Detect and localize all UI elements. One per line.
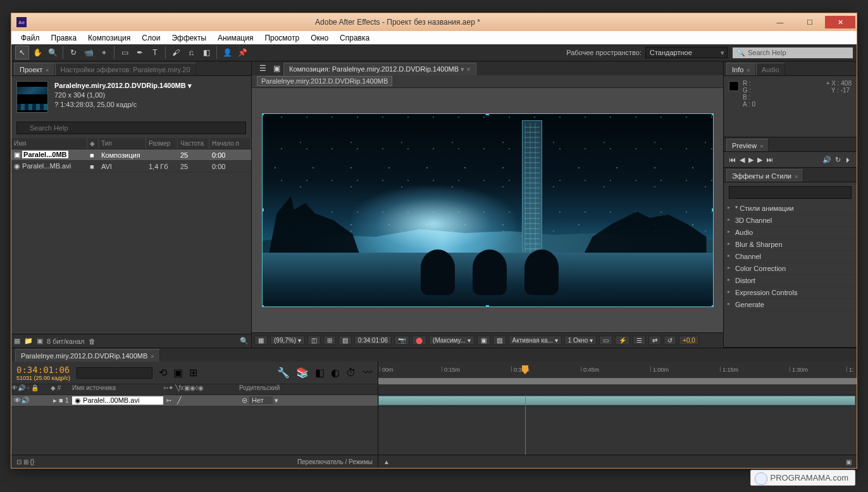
layer-clip[interactable] (378, 396, 855, 405)
switches-modes-toggle[interactable]: Переключатель / Режимы (297, 458, 373, 465)
menu-file[interactable]: Файл (15, 32, 46, 44)
fast-preview-icon[interactable]: ⚡ (615, 336, 630, 345)
safe-zones-icon[interactable]: ⊞ (323, 336, 336, 345)
fx-category[interactable]: 3D Channel (724, 215, 857, 227)
current-timecode[interactable]: 0:34:01:06 (16, 365, 70, 375)
search-help-input[interactable]: 🔍Search Help (733, 47, 853, 58)
play-icon[interactable]: ▶ (748, 156, 753, 164)
fx-category[interactable]: Generate (724, 299, 857, 311)
zoom-in-icon[interactable]: ▲ (383, 458, 390, 465)
search-icon[interactable]: 🔍 (240, 337, 249, 345)
tl-icon[interactable]: ⟲ (159, 367, 167, 379)
eraser-tool-icon[interactable]: ◧ (199, 46, 213, 60)
zoom-tool-icon[interactable]: 🔍 (46, 46, 59, 60)
transparency-icon[interactable]: ▨ (493, 336, 506, 345)
fx-category[interactable]: Color Correction (724, 263, 857, 275)
tl-icon[interactable]: ◧ (315, 367, 325, 379)
fx-category[interactable]: * Стили анимации (724, 203, 857, 215)
mute-icon[interactable]: 🔊 (822, 156, 831, 164)
menu-layers[interactable]: Слои (136, 32, 166, 44)
tl-icon[interactable]: 🔧 (277, 367, 290, 379)
comp-mini-icon[interactable]: ▣ (270, 61, 283, 75)
roi-icon[interactable]: ▣ (477, 336, 490, 345)
tab-info[interactable]: Info× (726, 63, 756, 75)
close-button[interactable]: ✕ (825, 16, 855, 28)
effects-search-input[interactable] (729, 186, 852, 199)
timeline-btn-icon[interactable]: ☰ (633, 336, 646, 345)
minimize-button[interactable]: — (766, 16, 795, 28)
menu-effects[interactable]: Эффекты (166, 32, 212, 44)
channel-icon[interactable]: ⬤ (412, 336, 426, 345)
new-comp-icon[interactable]: ▣ (37, 337, 43, 345)
snapshot-icon[interactable]: 📷 (394, 336, 409, 345)
tl-icon[interactable]: 〰 (363, 367, 373, 379)
camera-dropdown[interactable]: Активная ка... ▾ (509, 336, 562, 345)
reset-exp-icon[interactable]: ↺ (664, 336, 676, 345)
tab-effects[interactable]: Эффекты и Стили× (726, 169, 803, 182)
toggle-switches-icon[interactable]: ⊡ ⊞ {} (16, 458, 34, 465)
fx-category[interactable]: Blur & Sharpen (724, 239, 857, 251)
timeline-ruler[interactable]: 00m 0:15m 0:30m 0:45m 1:00m 1:15m 1:30m … (378, 362, 857, 384)
tl-icon[interactable]: 📚 (296, 367, 309, 379)
tab-effect-controls[interactable]: Настройки эффектов: Paralelnye.miry.20 (55, 63, 196, 75)
comp-breadcrumb[interactable]: Paralelnye.miry.2012.D.DVDRip.1400MB (252, 75, 723, 88)
mask-icon[interactable]: ▧ (338, 336, 352, 345)
fx-category[interactable]: Channel (724, 251, 857, 263)
grid-icon[interactable]: ▦ (254, 336, 268, 345)
menu-edit[interactable]: Правка (46, 32, 83, 44)
tab-project[interactable]: Проект× (14, 63, 55, 75)
resolution-icon[interactable]: ◫ (307, 336, 321, 345)
fx-category[interactable]: Audio (724, 227, 857, 239)
tab-preview[interactable]: Preview× (726, 139, 769, 151)
prev-frame-icon[interactable]: ◀ (740, 156, 745, 164)
pen-tool-icon[interactable]: ✒ (133, 46, 147, 60)
menu-view[interactable]: Просмотр (259, 32, 305, 44)
timeline-track[interactable] (378, 395, 857, 407)
interpret-footage-icon[interactable]: ▦ (14, 337, 20, 345)
new-folder-icon[interactable]: 📁 (24, 337, 33, 345)
hand-tool-icon[interactable]: ✋ (30, 46, 44, 60)
menu-window[interactable]: Окно (305, 32, 334, 44)
composition-viewer[interactable] (252, 88, 723, 332)
pan-behind-tool-icon[interactable]: ⌖ (97, 46, 111, 60)
fx-category[interactable]: Distort (724, 275, 857, 287)
clone-tool-icon[interactable]: ⎌ (184, 46, 198, 60)
workspace-dropdown[interactable]: Стандартное (645, 47, 728, 58)
menu-composition[interactable]: Композиция (82, 32, 136, 44)
maximize-button[interactable]: ☐ (795, 16, 824, 28)
resolution-dropdown[interactable]: (Максиму... ▾ (429, 336, 474, 345)
tl-icon[interactable]: ⊞ (189, 367, 197, 379)
tab-timeline[interactable]: Paralelnye.miry.2012.D.DVDRip.1400MB× (15, 349, 160, 362)
puppet-tool-icon[interactable]: 📌 (235, 46, 249, 60)
rectangle-tool-icon[interactable]: ▭ (118, 46, 132, 60)
camera-tool-icon[interactable]: 📹 (82, 46, 96, 60)
titlebar[interactable]: Ae Adobe After Effects - Проект без назв… (11, 13, 857, 31)
timeline-layer-row[interactable]: 👁🔊 ▸ ■ 1 ◉ Paralel...00MB.avi ➳ ╱ ⊝ Нет … (11, 395, 378, 407)
tl-icon[interactable]: ⏱ (346, 367, 356, 379)
bpc-toggle[interactable]: 8 бит/канал (47, 337, 85, 345)
roto-tool-icon[interactable]: 👤 (220, 46, 234, 60)
last-frame-icon[interactable]: ⏭ (766, 156, 773, 163)
comp-flow-icon[interactable]: ⇄ (648, 336, 661, 345)
fx-category[interactable]: Expression Controls (724, 287, 857, 299)
selection-tool-icon[interactable]: ↖ (15, 46, 29, 60)
footage-preview[interactable] (262, 113, 714, 307)
trash-icon[interactable]: 🗑 (89, 337, 96, 345)
project-row-avi[interactable]: ◉ Paralel...MB.avi ■ AVI 1,4 Гб 25 0:00 (11, 161, 251, 172)
zoom-dropdown[interactable]: (99,7%) ▾ (270, 336, 305, 345)
menu-help[interactable]: Справка (334, 32, 375, 44)
flowchart-icon[interactable]: ☰ (256, 61, 270, 75)
timeline-search-input[interactable] (77, 367, 152, 379)
ram-preview-icon[interactable]: ⏵ (845, 156, 852, 163)
first-frame-icon[interactable]: ⏮ (729, 156, 736, 163)
type-tool-icon[interactable]: T (148, 46, 162, 60)
tl-icon[interactable]: ◐ (331, 367, 340, 379)
project-row-comp[interactable]: ▣ Paralel...0MB ■ Композиция 25 0:00 (11, 149, 251, 161)
menu-animation[interactable]: Анимация (212, 32, 259, 44)
next-frame-icon[interactable]: ▶ (757, 156, 762, 164)
exposure-value[interactable]: +0,0 (679, 336, 699, 345)
project-search-input[interactable] (16, 122, 246, 134)
tab-audio[interactable]: Audio (756, 63, 785, 75)
timecode-display[interactable]: 0:34:01:06 (354, 336, 392, 345)
views-dropdown[interactable]: 1 Окно ▾ (564, 336, 597, 345)
